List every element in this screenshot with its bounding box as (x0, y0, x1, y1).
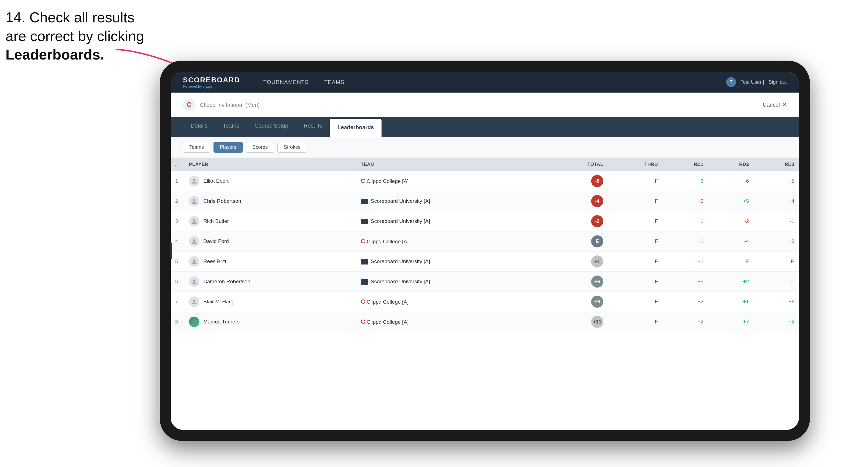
tab-teams[interactable]: Teams (215, 117, 247, 137)
col-rd3: RD3 (753, 158, 799, 171)
cell-rd3: +6 (753, 292, 799, 312)
tab-bar: Details Teams Course Setup Results Leade… (171, 117, 799, 137)
nav-teams[interactable]: TEAMS (316, 77, 352, 88)
tab-course-setup[interactable]: Course Setup (247, 117, 296, 137)
top-nav: SCOREBOARD Powered by clippd TOURNAMENTS… (171, 72, 799, 93)
player-name: Blair McHarg (203, 299, 234, 305)
team-name: Clippd College [A] (367, 178, 408, 184)
cell-player: Cameron Robertson (185, 272, 356, 292)
sign-out-button[interactable]: Sign out (769, 79, 787, 85)
cell-total: -4 (547, 191, 608, 211)
tab-results[interactable]: Results (296, 117, 330, 137)
filter-players-button[interactable]: Players (214, 142, 243, 153)
cell-thru: F (608, 231, 662, 252)
cell-rd2: +2 (708, 272, 753, 292)
cell-total: E (547, 231, 608, 252)
table-row: 6Cameron RobertsonScoreboard University … (171, 272, 799, 292)
table-row: 8◉Marcus TurnersC Clippd College [A]+11F… (171, 312, 799, 332)
nav-right: T Test User | Sign out (726, 77, 787, 87)
svg-point-3 (193, 219, 195, 222)
cell-rank: 7 (171, 292, 185, 312)
cell-team: C Clippd College [A] (356, 292, 547, 312)
cell-rd1: +1 (662, 252, 708, 272)
cell-rd1: -5 (662, 191, 708, 211)
svg-point-5 (193, 259, 195, 262)
cell-rd3: -4 (753, 191, 799, 211)
col-player: PLAYER (185, 158, 356, 171)
nav-links: TOURNAMENTS TEAMS (256, 77, 352, 88)
team-logo: C (361, 319, 367, 325)
team-logo (361, 279, 371, 284)
filter-teams-button[interactable]: Teams (183, 142, 210, 153)
cell-player: David Ford (185, 231, 356, 252)
cell-total: +11 (547, 312, 608, 332)
cell-rd1: +1 (662, 231, 708, 252)
cell-rd3: E (753, 252, 799, 272)
side-notch (170, 243, 172, 259)
cell-player: Blair McHarg (185, 292, 356, 312)
player-name: Chris Robertson (203, 198, 241, 204)
cell-team: Scoreboard University [A] (356, 252, 547, 272)
cell-total: +9 (547, 292, 608, 312)
team-logo-c: C (361, 318, 365, 325)
table-row: 1Elliot EbertC Clippd College [A]-8F+3-6… (171, 171, 799, 191)
user-avatar: T (726, 77, 736, 87)
player-avatar (189, 176, 199, 186)
table-row: 5Rees BrittScoreboard University [A]+1F+… (171, 252, 799, 272)
player-avatar (189, 196, 199, 206)
score-badge: +1 (591, 255, 603, 268)
cell-team: C Clippd College [A] (356, 312, 547, 332)
cell-thru: F (608, 252, 662, 272)
nav-tournaments[interactable]: TOURNAMENTS (256, 77, 316, 88)
player-avatar (189, 236, 199, 247)
results-table: # PLAYER TEAM TOTAL THRU RD1 RD2 RD3 1El… (171, 158, 799, 332)
team-logo-c: C (361, 298, 365, 305)
filter-strokes-button[interactable]: Strokes (277, 142, 307, 153)
cell-team: Scoreboard University [A] (356, 191, 547, 211)
cell-rd3: +2 (753, 312, 799, 332)
cell-rd1: +1 (662, 211, 708, 231)
cancel-button[interactable]: Cancel ✕ (763, 101, 787, 108)
tournament-header: C Clippd Invitational (Men) Cancel ✕ (171, 93, 799, 117)
cell-rd3: -1 (753, 272, 799, 292)
team-name: Scoreboard University [A] (371, 258, 430, 264)
cell-rank: 2 (171, 191, 185, 211)
cell-thru: F (608, 272, 662, 292)
player-avatar: ◉ (189, 317, 199, 327)
table-header-row: # PLAYER TEAM TOTAL THRU RD1 RD2 RD3 (171, 158, 799, 171)
cell-rd3: -5 (753, 171, 799, 191)
filter-scores-button[interactable]: Scores (246, 142, 274, 153)
cell-rd2: -2 (708, 211, 753, 231)
cell-rank: 1 (171, 171, 185, 191)
player-name: Elliot Ebert (203, 178, 229, 184)
team-logo-s (361, 219, 368, 224)
team-logo-c: C (361, 178, 365, 184)
content-area: C Clippd Invitational (Men) Cancel ✕ Det… (171, 93, 799, 430)
player-avatar (189, 256, 199, 267)
svg-point-1 (193, 179, 195, 182)
player-avatar (189, 216, 199, 226)
player-avatar (189, 297, 199, 307)
tab-leaderboards[interactable]: Leaderboards (330, 119, 381, 137)
logo-subtitle: Powered by clippd (183, 84, 240, 88)
cell-total: -2 (547, 211, 608, 231)
tablet-shell: SCOREBOARD Powered by clippd TOURNAMENTS… (160, 61, 810, 441)
tournament-logo: C (183, 99, 195, 111)
logo-area: SCOREBOARD Powered by clippd (183, 76, 240, 88)
cell-rd1: +5 (662, 272, 708, 292)
tab-details[interactable]: Details (183, 117, 215, 137)
cell-rank: 3 (171, 211, 185, 231)
player-name: David Ford (203, 238, 229, 244)
cell-player: Elliot Ebert (185, 171, 356, 191)
player-name: Cameron Robertson (203, 279, 250, 284)
cell-rank: 4 (171, 231, 185, 252)
cell-rank: 8 (171, 312, 185, 332)
cell-thru: F (608, 312, 662, 332)
team-logo: C (361, 178, 367, 184)
filter-bar: Teams Players Scores Strokes (171, 137, 799, 158)
cell-player: Rich Butler (185, 211, 356, 231)
tablet-screen: SCOREBOARD Powered by clippd TOURNAMENTS… (171, 72, 799, 430)
player-name: Rich Butler (203, 218, 229, 224)
cell-player: ◉Marcus Turners (185, 312, 356, 332)
cell-rd2: -4 (708, 231, 753, 252)
